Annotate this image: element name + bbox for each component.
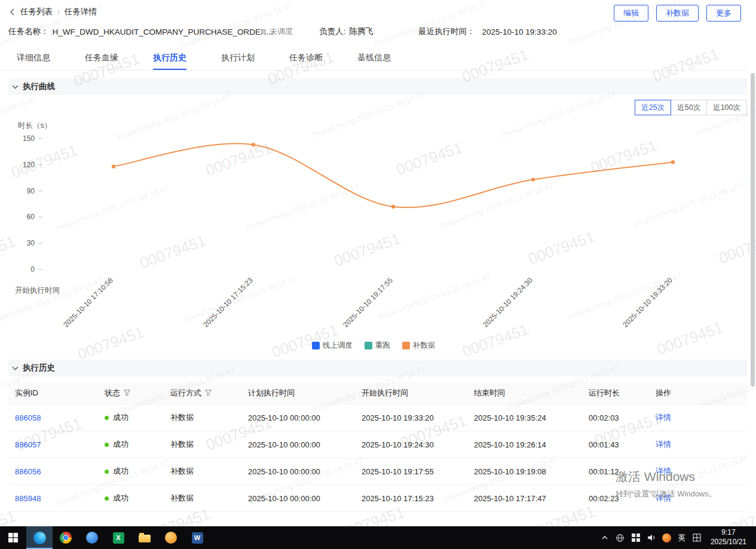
- column-label: 开始执行时间: [362, 388, 408, 397]
- table-row: 886057成功补数据2025-10-10 00:00:002025-10-10…: [8, 431, 747, 458]
- column-label: 操作: [656, 388, 671, 397]
- table-row: 886056成功补数据2025-10-10 00:00:002025-10-10…: [8, 458, 747, 485]
- taskbar-spreadsheet-app-button[interactable]: X: [105, 526, 131, 549]
- ime-grid-icon[interactable]: [689, 533, 705, 542]
- svg-text:150: 150: [23, 134, 35, 143]
- cell-duration: 00:02:03: [582, 404, 649, 431]
- action-button-more[interactable]: 更多: [706, 5, 741, 22]
- column-label: 结束时间: [474, 388, 505, 397]
- volume-icon[interactable]: [644, 533, 659, 542]
- cell-duration: 00:02:23: [582, 485, 649, 512]
- vertical-scrollbar[interactable]: [751, 73, 755, 387]
- cell-instance-id: 886056: [8, 458, 98, 485]
- edge-icon: [33, 532, 46, 544]
- svg-text:90: 90: [27, 187, 35, 195]
- status-badge: 成功: [105, 439, 128, 450]
- detail-link[interactable]: 详情: [656, 440, 671, 449]
- history-table-body: 886058成功补数据2025-10-10 00:00:002025-10-10…: [8, 404, 747, 512]
- detail-link[interactable]: 详情: [656, 413, 671, 422]
- widgets-grid-icon[interactable]: [628, 533, 644, 542]
- instance-id-link[interactable]: 885948: [15, 494, 41, 503]
- instance-id-link[interactable]: 886056: [15, 467, 41, 476]
- legend-swatch-icon: [365, 342, 372, 349]
- taskbar-start-button[interactable]: [0, 526, 26, 549]
- last-execution-label: 最近执行时间：: [418, 26, 475, 37]
- taskbar-edge-button[interactable]: [26, 526, 53, 549]
- svg-text:0: 0: [30, 265, 35, 274]
- range-buttons: 近25次近50次近100次: [635, 100, 747, 115]
- hidden-icons-chevron-icon[interactable]: [597, 534, 613, 541]
- input-language-indicator[interactable]: 英: [675, 533, 689, 543]
- taskbar-blue-circle-app-button[interactable]: [79, 526, 105, 549]
- cell-instance-id: 886057: [8, 431, 98, 458]
- breadcrumb-separator: /: [57, 8, 60, 17]
- schedule-status-dot-icon: [261, 29, 266, 34]
- tab-baseline-info[interactable]: 基线信息: [357, 45, 391, 70]
- cell-actions: 详情: [649, 404, 747, 431]
- legend-item-backfill[interactable]: 补数据: [402, 341, 436, 351]
- table-row: 885948成功补数据2025-10-10 00:00:002025-10-10…: [8, 485, 747, 512]
- column-header-run-mode: 运行方式: [164, 382, 241, 404]
- network-globe-icon[interactable]: [613, 533, 628, 542]
- cell-status: 成功: [98, 431, 164, 458]
- history-table: 实例ID状态运行方式计划执行时间开始执行时间结束时间运行时长操作 886058成…: [8, 382, 747, 512]
- filter-icon[interactable]: [124, 389, 130, 396]
- range-button-last25[interactable]: 近25次: [635, 100, 671, 115]
- section-title: 执行历史: [23, 363, 55, 373]
- fox-app-tray-icon[interactable]: [659, 533, 675, 542]
- table-row: 886058成功补数据2025-10-10 00:00:002025-10-10…: [8, 404, 747, 431]
- action-button-backfill[interactable]: 补数据: [656, 5, 699, 22]
- cell-duration: 00:01:12: [582, 458, 649, 485]
- range-button-last100[interactable]: 近100次: [706, 100, 747, 115]
- detail-link[interactable]: 详情: [656, 493, 671, 502]
- taskbar-file-explorer-button[interactable]: [131, 526, 158, 549]
- tab-task-lineage[interactable]: 任务血缘: [85, 45, 118, 70]
- back-chevron-icon[interactable]: [10, 8, 16, 16]
- status-badge: 成功: [105, 466, 128, 477]
- column-header-end-time: 结束时间: [467, 382, 582, 404]
- range-button-last50[interactable]: 近50次: [671, 100, 707, 115]
- column-header-planned-time: 计划执行时间: [241, 382, 355, 404]
- chrome-icon: [60, 532, 72, 544]
- spreadsheet-app-icon: X: [113, 532, 124, 544]
- detail-link[interactable]: 详情: [656, 467, 671, 476]
- owner-value: 陈腾飞: [349, 26, 374, 37]
- cell-instance-id: 886058: [8, 404, 98, 431]
- x-axis-tick-label: 2025-10-10 17:15:23: [185, 276, 255, 345]
- legend-label: 补数据: [413, 341, 436, 351]
- legend-swatch-icon: [312, 342, 320, 349]
- breadcrumb-task-list[interactable]: 任务列表: [20, 7, 53, 17]
- taskbar-word-app-button[interactable]: W: [184, 526, 210, 549]
- legend-item-online-schedule[interactable]: 线上调度: [312, 341, 353, 351]
- action-button-edit[interactable]: 编辑: [614, 5, 648, 22]
- taskbar-clock[interactable]: 9:17 2025/10/21: [705, 528, 752, 547]
- cell-planned-time: 2025-10-10 00:00:00: [241, 458, 355, 485]
- cell-end-time: 2025-10-10 19:26:14: [467, 431, 582, 458]
- instance-id-link[interactable]: 886057: [15, 440, 41, 449]
- cell-run-mode: 补数据: [164, 485, 241, 512]
- section-execution-curve[interactable]: 执行曲线: [8, 78, 747, 95]
- taskbar-orange-app-button[interactable]: [158, 526, 184, 549]
- column-header-status: 状态: [98, 382, 164, 404]
- history-table-head-row: 实例ID状态运行方式计划执行时间开始执行时间结束时间运行时长操作: [8, 382, 747, 404]
- collapse-chevron-icon: [12, 84, 19, 90]
- cell-end-time: 2025-10-10 19:35:24: [467, 404, 582, 431]
- taskbar-chrome-button[interactable]: [53, 526, 79, 549]
- tab-task-diagnosis[interactable]: 任务诊断: [289, 45, 323, 70]
- tab-detail-info[interactable]: 详细信息: [17, 45, 50, 70]
- tab-execution-history[interactable]: 执行历史: [153, 45, 186, 70]
- breadcrumb-task-detail: 任务详情: [65, 7, 97, 17]
- section-execution-history[interactable]: 执行历史: [8, 360, 747, 376]
- status-badge: 成功: [105, 493, 128, 504]
- filter-icon[interactable]: [205, 389, 212, 396]
- cell-status: 成功: [98, 458, 164, 485]
- file-explorer-icon: [139, 535, 151, 542]
- last-execution-time: 最近执行时间： 2025-10-10 19:33:20: [418, 26, 557, 37]
- cell-instance-id: 885948: [8, 485, 98, 512]
- cell-duration: 00:01:43: [582, 431, 649, 458]
- task-name-value: H_WF_DWD_HKAUDIT_COMPANY_PURCHASE_ORDER.…: [53, 27, 274, 36]
- column-header-instance-id: 实例ID: [8, 382, 98, 404]
- tab-execution-plan[interactable]: 执行计划: [221, 45, 255, 70]
- instance-id-link[interactable]: 886058: [15, 413, 41, 422]
- legend-item-rerun[interactable]: 重跑: [365, 341, 390, 351]
